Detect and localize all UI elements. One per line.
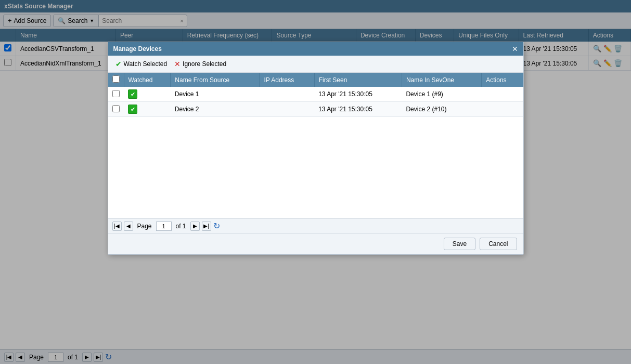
modal-cell-name-in-sevone: Device 2 (#10) <box>402 102 481 117</box>
modal-col-watched: Watched <box>124 73 171 87</box>
modal-col-checkbox <box>108 73 124 87</box>
modal-footer: Save Cancel <box>108 233 523 254</box>
modal-title-bar: Manage Devices ✕ <box>108 42 523 56</box>
modal-cell-first-seen: 13 Apr '21 15:30:05 <box>314 102 402 117</box>
modal-title: Manage Devices <box>113 45 162 53</box>
modal-watched-cell: ✔ <box>124 87 171 102</box>
check-icon: ✔ <box>115 60 122 68</box>
modal-toolbar: ✔ Watch Selected ✕ Ignore Selected <box>108 56 523 73</box>
watched-toggle-2[interactable]: ✔ <box>128 105 137 114</box>
modal-pager: |◀ ◀ Page of 1 ▶ ▶| ↻ <box>108 218 523 233</box>
modal-overlay: Manage Devices ✕ ✔ Watch Selected ✕ Igno… <box>0 0 631 364</box>
modal-refresh-icon[interactable]: ↻ <box>213 221 220 231</box>
modal-table-row: ✔ Device 1 13 Apr '21 15:30:05 Device 1 … <box>108 87 523 102</box>
watch-selected-button[interactable]: ✔ Watch Selected <box>113 59 170 69</box>
modal-first-page-button[interactable]: |◀ <box>112 222 122 231</box>
modal-row-checkbox-2[interactable] <box>112 105 120 112</box>
save-button[interactable]: Save <box>444 238 475 250</box>
watch-selected-label: Watch Selected <box>124 60 168 68</box>
modal-col-name-in-sevone: Name In SevOne <box>402 73 481 87</box>
modal-next-page-button[interactable]: ▶ <box>190 222 200 231</box>
manage-devices-modal: Manage Devices ✕ ✔ Watch Selected ✕ Igno… <box>108 42 524 255</box>
modal-col-name-from-source: Name From Source <box>171 73 260 87</box>
modal-cell-name-in-sevone: Device 1 (#9) <box>402 87 481 102</box>
modal-row-checkbox-cell <box>108 87 124 102</box>
modal-col-ip-address: IP Address <box>260 73 314 87</box>
modal-cell-name: Device 2 <box>171 102 260 117</box>
modal-cell-first-seen: 13 Apr '21 15:30:05 <box>314 87 402 102</box>
watched-toggle-1[interactable]: ✔ <box>128 89 137 99</box>
modal-table-row: ✔ Device 2 13 Apr '21 15:30:05 Device 2 … <box>108 102 523 117</box>
modal-body: Watched Name From Source IP Address Firs… <box>108 73 523 218</box>
modal-col-actions: Actions <box>482 73 523 87</box>
ignore-selected-button[interactable]: ✕ Ignore Selected <box>172 59 228 69</box>
modal-page-label: Page <box>137 223 152 230</box>
modal-cell-ip <box>260 87 314 102</box>
ignore-selected-label: Ignore Selected <box>183 60 226 68</box>
modal-table: Watched Name From Source IP Address Firs… <box>108 73 523 117</box>
cancel-button[interactable]: Cancel <box>480 238 517 250</box>
modal-select-all-checkbox[interactable] <box>112 75 120 83</box>
modal-cell-actions <box>482 102 523 117</box>
modal-watched-cell: ✔ <box>124 102 171 117</box>
x-icon: ✕ <box>174 60 181 68</box>
modal-page-input[interactable] <box>156 222 172 231</box>
modal-cell-ip <box>260 102 314 117</box>
modal-of-label: of 1 <box>176 223 186 230</box>
modal-row-checkbox-1[interactable] <box>112 90 120 97</box>
modal-row-checkbox-cell <box>108 102 124 117</box>
modal-close-button[interactable]: ✕ <box>512 45 518 53</box>
modal-last-page-button[interactable]: ▶| <box>202 222 211 231</box>
modal-cell-name: Device 1 <box>171 87 260 102</box>
modal-prev-page-button[interactable]: ◀ <box>124 222 133 231</box>
modal-cell-actions <box>482 87 523 102</box>
modal-col-first-seen: First Seen <box>314 73 402 87</box>
